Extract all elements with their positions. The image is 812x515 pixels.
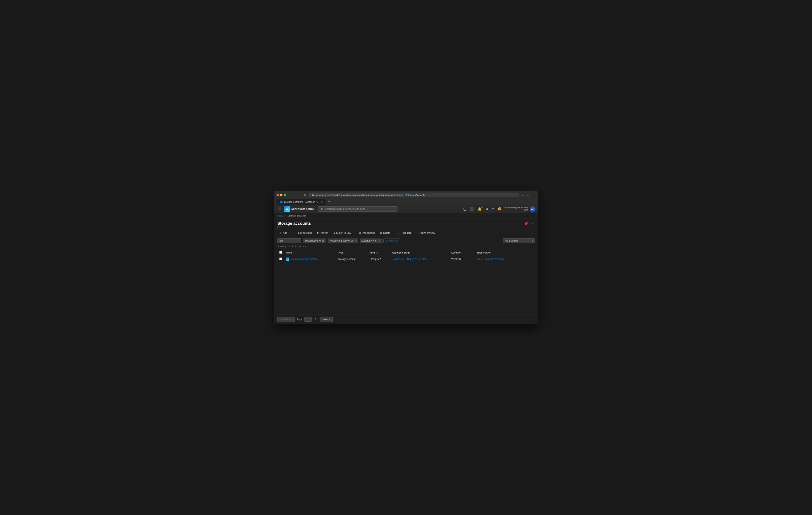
table-header: Name ↑↓ Type ↑↓ Kind ↑↓ Resource group [277, 249, 535, 256]
resource-group-filter-label: Resource group == all [330, 239, 353, 242]
resource-group-filter-remove[interactable]: ✕ [354, 240, 356, 242]
breadcrumb-separator: > [285, 215, 286, 217]
subscription-column-header[interactable]: Subscription ↑↓ [474, 249, 521, 256]
add-button[interactable]: ＋ Add [277, 230, 289, 236]
pagination-bar: < Previous Page 1 of 1 Next > [274, 314, 538, 325]
new-tab-button[interactable]: + [327, 199, 332, 205]
address-bar[interactable]: 🔒 portal.azure.com/#blade/HubsExtension/… [309, 192, 519, 197]
next-button[interactable]: Next > [320, 317, 333, 322]
breadcrumb-home[interactable]: Home [277, 215, 284, 217]
kind-cell: StorageV2 [368, 256, 390, 262]
top-nav: ☰ A Microsoft Azure 🔍 Search resources, … [274, 205, 538, 213]
leave-preview-button[interactable]: ↩ Leave preview [414, 231, 437, 236]
delete-button[interactable]: 🗑 Delete [378, 231, 392, 236]
active-tab[interactable]: Storage accounts – Microsoft A... ✕ [277, 200, 326, 205]
page-of-label: of 1 [314, 318, 318, 321]
name-search-input[interactable] [277, 238, 301, 243]
azure-app: ☰ A Microsoft Azure 🔍 Search resources, … [274, 205, 538, 325]
kind-sort-icon: ↑↓ [376, 252, 378, 254]
tab-favicon [280, 201, 283, 203]
columns-icon: ⋮⋮ [292, 232, 297, 235]
back-button[interactable]: ← [289, 193, 294, 197]
page-header: Storage accounts OST 📌 ✕ ＋ Add ⋮⋮ Edit c… [274, 219, 538, 236]
name-column-header[interactable]: Name ↑↓ [284, 249, 336, 256]
name-sort-icon: ↑↓ [294, 252, 296, 254]
page-header-top: Storage accounts OST 📌 ✕ [277, 221, 535, 229]
directory-button[interactable]: ⬛ [469, 206, 475, 212]
menu-button[interactable]: ⋮ [531, 193, 535, 197]
grouping-select[interactable]: No grouping Resource group Location Type [503, 238, 535, 243]
user-avatar[interactable]: AP [530, 206, 535, 212]
row-checkbox[interactable] [279, 258, 282, 260]
refresh-icon: ↻ [317, 232, 319, 235]
subscription-link[interactable]: Visual Studio Professional [476, 258, 504, 261]
close-window-button[interactable] [277, 194, 279, 196]
refresh-button[interactable]: ↻ Refresh [315, 231, 330, 236]
resource-group-filter-chip[interactable]: Resource group == all ✕ [328, 239, 358, 243]
pin-button[interactable]: 📌 [523, 221, 529, 226]
assign-tags-button[interactable]: 🏷 Assign tags [357, 231, 377, 236]
breadcrumb: Home > Storage accounts [274, 213, 538, 219]
row-actions-cell[interactable]: ⋯ [521, 256, 535, 262]
hamburger-menu-button[interactable]: ☰ [277, 206, 283, 212]
location-filter-remove[interactable]: ✕ [378, 240, 380, 242]
resource-name-link[interactable]: jamstackgrdeployvgstatic [291, 258, 318, 261]
resource-group-column-header[interactable]: Resource group ↑↓ [390, 249, 450, 256]
search-placeholder: Search resources, services, and docs (G+… [325, 208, 371, 210]
breadcrumb-current: Storage accounts [288, 215, 306, 217]
forward-button[interactable]: → [296, 193, 301, 197]
location-filter-label: Location == all [361, 239, 377, 242]
page-title-area: Storage accounts OST [277, 221, 311, 229]
export-csv-button[interactable]: ⬇ Export to CSV [331, 231, 353, 236]
settings-button[interactable]: ⚙ [484, 206, 489, 212]
header-actions: 📌 ✕ [523, 221, 535, 226]
location-column-header[interactable]: Location ↑↓ [450, 249, 475, 256]
location-filter-chip[interactable]: Location == all ✕ [360, 239, 382, 243]
global-search-bar[interactable]: 🔍 Search resources, services, and docs (… [318, 206, 398, 212]
user-org: OST [504, 209, 528, 212]
tag-icon: 🏷 [359, 232, 361, 235]
cloud-shell-button[interactable]: >_ [461, 206, 467, 211]
row-checkbox-cell[interactable] [277, 256, 284, 262]
select-all-header[interactable] [277, 249, 284, 256]
select-all-checkbox[interactable] [279, 251, 282, 254]
minimize-window-button[interactable] [280, 194, 283, 196]
toolbar: ＋ Add ⋮⋮ Edit columns ↻ Refresh ⬇ Export… [277, 229, 535, 236]
trash-icon: 🗑 [380, 232, 382, 235]
toolbar-separator-1 [355, 231, 355, 235]
previous-button[interactable]: < Previous [277, 317, 295, 322]
feedback-button[interactable]: ♡ Feedback [396, 231, 414, 236]
user-info: apatterson@ostusa.com OST [504, 206, 528, 212]
kind-column-header[interactable]: Kind ↑↓ [368, 249, 390, 256]
page-number-select[interactable]: 1 [304, 317, 312, 322]
search-icon: 🔍 [320, 208, 323, 210]
data-table: Name ↑↓ Type ↑↓ Kind ↑↓ Resource group [277, 249, 535, 262]
row-context-menu-button[interactable]: ⋯ [523, 257, 528, 261]
notifications-button[interactable]: 🔔 1 [476, 206, 483, 212]
location-cell: West US [450, 256, 475, 262]
close-page-button[interactable]: ✕ [530, 221, 535, 226]
type-cell: Storage account [336, 256, 368, 262]
add-filter-button[interactable]: ⊕ Add filter [383, 239, 400, 243]
subscription-filter-chip[interactable]: Subscription == all [303, 239, 326, 243]
plus-icon: ＋ [279, 231, 282, 235]
help-button[interactable]: ? [491, 206, 495, 211]
subscription-filter-label: Subscription == all [305, 239, 324, 242]
extensions-button[interactable]: ⬡ [526, 193, 530, 197]
feedback-nav-button[interactable]: 🙂 [497, 206, 503, 212]
maximize-window-button[interactable] [284, 194, 286, 196]
edit-columns-button[interactable]: ⋮⋮ Edit columns [290, 231, 314, 236]
star-button[interactable]: ☆ [521, 193, 525, 197]
heart-icon: ♡ [398, 232, 400, 235]
notification-badge: 1 [481, 207, 483, 208]
tab-close-button[interactable]: ✕ [321, 201, 323, 203]
resource-group-link[interactable]: JAMStackGR-Deploy-v-GIT-stati... [392, 258, 429, 261]
subscription-sort-icon: ↑↓ [493, 252, 494, 254]
grouping-select-wrapper: No grouping Resource group Location Type [503, 238, 535, 243]
resource-group-sort-icon: ↑↓ [412, 252, 414, 254]
reload-button[interactable]: ⟳ [303, 193, 308, 197]
location-sort-icon: ↑↓ [463, 252, 465, 254]
download-icon: ⬇ [333, 232, 335, 235]
type-column-header[interactable]: Type ↑↓ [336, 249, 368, 256]
add-filter-label: Add filter [388, 239, 398, 242]
